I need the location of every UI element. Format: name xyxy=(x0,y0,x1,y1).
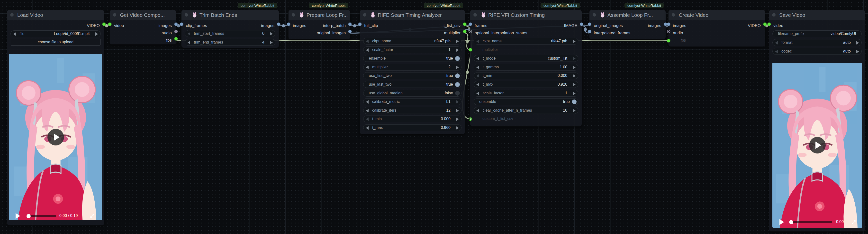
output-socket-VIDEO[interactable] xyxy=(763,22,767,26)
decrement-arrow[interactable] xyxy=(476,74,479,77)
decrement-arrow[interactable] xyxy=(366,100,369,104)
toggle-knob[interactable] xyxy=(455,91,460,96)
wire-midpoint-dot[interactable] xyxy=(466,40,469,43)
toggle-knob[interactable] xyxy=(455,73,460,78)
widget-calibrate_metric[interactable]: calibrate_metricL1 xyxy=(363,98,462,105)
widget-t_mode[interactable]: t_modecustom_list xyxy=(474,55,578,62)
decrement-arrow[interactable] xyxy=(775,41,778,44)
increment-arrow[interactable] xyxy=(573,66,576,69)
play-overlay-button[interactable] xyxy=(809,137,826,154)
collapse-dot[interactable] xyxy=(185,13,188,16)
output-socket-fps[interactable] xyxy=(174,37,178,41)
widget-trim_start_frames[interactable]: trim_start_frames0 xyxy=(185,30,275,37)
increment-arrow[interactable] xyxy=(573,83,576,86)
increment-arrow[interactable] xyxy=(270,32,273,35)
seek-bar[interactable] xyxy=(27,215,56,217)
output-socket-IMAGE[interactable] xyxy=(580,22,583,26)
output-socket-images[interactable] xyxy=(174,22,178,26)
widget-trim_end_frames[interactable]: trim_end_frames4 xyxy=(185,39,275,46)
output-socket-interp_batch[interactable] xyxy=(348,22,352,26)
widget-use_global_median[interactable]: use_global_medianfalse xyxy=(363,90,462,97)
input-socket-interpolated_frames[interactable] xyxy=(588,30,591,33)
decrement-arrow[interactable] xyxy=(366,66,369,69)
toggle-knob[interactable] xyxy=(455,82,460,87)
increment-arrow[interactable] xyxy=(456,100,459,104)
increment-arrow[interactable] xyxy=(456,66,459,69)
seek-handle[interactable] xyxy=(789,220,793,224)
collapse-dot[interactable] xyxy=(363,13,366,16)
collapse-dot[interactable] xyxy=(772,13,776,16)
node-load-video[interactable]: Load VideoVIDEOfileLoopVid_00091.mp4choo… xyxy=(7,10,104,226)
increment-arrow[interactable] xyxy=(95,32,98,36)
widget-ensemble[interactable]: ensembletrue xyxy=(474,98,578,105)
node-titlebar[interactable]: Save Video xyxy=(769,10,865,20)
input-socket-video[interactable] xyxy=(767,22,771,26)
widget-scale_factor[interactable]: scale_factor1 xyxy=(363,46,462,53)
increment-arrow[interactable] xyxy=(856,50,859,53)
decrement-arrow[interactable] xyxy=(366,126,369,130)
fullscreen-icon[interactable] xyxy=(851,220,856,225)
play-overlay-button[interactable] xyxy=(48,129,64,145)
increment-arrow[interactable] xyxy=(573,92,576,95)
decrement-arrow[interactable] xyxy=(476,92,479,95)
toggle-knob[interactable] xyxy=(455,56,460,61)
input-socket-optional_interpolation_states[interactable] xyxy=(469,30,472,33)
collapse-dot[interactable] xyxy=(473,13,477,16)
output-socket-images[interactable] xyxy=(277,22,280,26)
node-titlebar[interactable]: Create Video xyxy=(669,10,765,20)
wire-midpoint-dot[interactable] xyxy=(466,71,469,74)
widget-t_max[interactable]: t_max0.960 xyxy=(363,124,462,131)
widget-filename_prefix[interactable]: filename_prefixvideo/ComfyUI xyxy=(772,30,862,37)
node-assemble-loop[interactable]: Assemble Loop Fr...original_imagesinterp… xyxy=(589,10,666,39)
increment-arrow[interactable] xyxy=(573,74,576,77)
node-titlebar[interactable]: RIFE VFI Custom Timing xyxy=(470,10,582,20)
node-save-video[interactable]: Save Videovideofilename_prefixvideo/Comf… xyxy=(769,10,865,232)
increment-arrow[interactable] xyxy=(456,40,459,43)
widget-format[interactable]: formatauto xyxy=(772,39,862,46)
increment-arrow[interactable] xyxy=(456,48,459,52)
node-titlebar[interactable]: Get Video Compo... xyxy=(110,10,176,20)
widget-calibrate_iters[interactable]: calibrate_iters12 xyxy=(363,107,462,114)
increment-arrow[interactable] xyxy=(456,126,459,130)
decrement-arrow[interactable] xyxy=(476,40,479,43)
widget-codec[interactable]: codecauto xyxy=(772,48,862,55)
collapse-dot[interactable] xyxy=(672,13,675,16)
video-preview[interactable]: 0:00 xyxy=(772,63,862,228)
decrement-arrow[interactable] xyxy=(366,48,369,52)
widget-multiplier[interactable]: multiplier2 xyxy=(363,64,462,71)
widget-clear_cache_after_n_frames[interactable]: clear_cache_after_n_frames10 xyxy=(474,107,578,114)
node-rife-vfi[interactable]: RIFE VFI Custom Timingframesoptional_int… xyxy=(470,10,582,127)
node-titlebar[interactable]: Prepare Loop Fr... xyxy=(288,10,350,20)
widget-file[interactable]: fileLoopVid_00091.mp4 xyxy=(10,30,101,37)
widget-t_gamma[interactable]: t_gamma1.00 xyxy=(474,64,578,71)
increment-arrow[interactable] xyxy=(573,109,576,112)
widget-t_min[interactable]: t_min0.000 xyxy=(474,72,578,79)
output-socket-audio[interactable] xyxy=(174,30,178,33)
increment-arrow[interactable] xyxy=(456,109,459,112)
decrement-arrow[interactable] xyxy=(476,109,479,112)
decrement-arrow[interactable] xyxy=(366,40,369,43)
collapse-dot[interactable] xyxy=(113,13,116,16)
output-socket-VIDEO[interactable] xyxy=(102,22,106,26)
widget-use_first_two[interactable]: use_first_twotrue xyxy=(363,72,462,79)
wire-midpoint-dot[interactable] xyxy=(353,24,356,28)
widget-input-socket-custom_t_list_csv[interactable] xyxy=(469,117,472,121)
increment-arrow[interactable] xyxy=(573,57,576,60)
widget-ensemble[interactable]: ensembletrue xyxy=(363,55,462,62)
wire-midpoint-dot[interactable] xyxy=(584,28,587,31)
node-titlebar[interactable]: Trim Batch Ends xyxy=(182,10,279,20)
increment-arrow[interactable] xyxy=(456,118,459,121)
decrement-arrow[interactable] xyxy=(476,83,479,86)
widget-t_min[interactable]: t_min0.000 xyxy=(363,115,462,122)
decrement-arrow[interactable] xyxy=(188,32,190,35)
decrement-arrow[interactable] xyxy=(476,66,479,69)
widget-ckpt_name[interactable]: ckpt_namerife47.pth xyxy=(363,38,462,44)
output-socket-t_list_csv[interactable] xyxy=(463,22,467,26)
node-trim-batch-ends[interactable]: Trim Batch Endsclip_framesimagestrim_sta… xyxy=(181,10,279,48)
output-socket-multiplier[interactable] xyxy=(463,30,467,33)
widget-use_last_two[interactable]: use_last_twotrue xyxy=(363,81,462,88)
decrement-arrow[interactable] xyxy=(476,57,479,60)
increment-arrow[interactable] xyxy=(856,41,859,44)
node-titlebar[interactable]: Assemble Loop Fr... xyxy=(589,10,665,20)
widget-input-socket-fps[interactable] xyxy=(667,39,671,42)
